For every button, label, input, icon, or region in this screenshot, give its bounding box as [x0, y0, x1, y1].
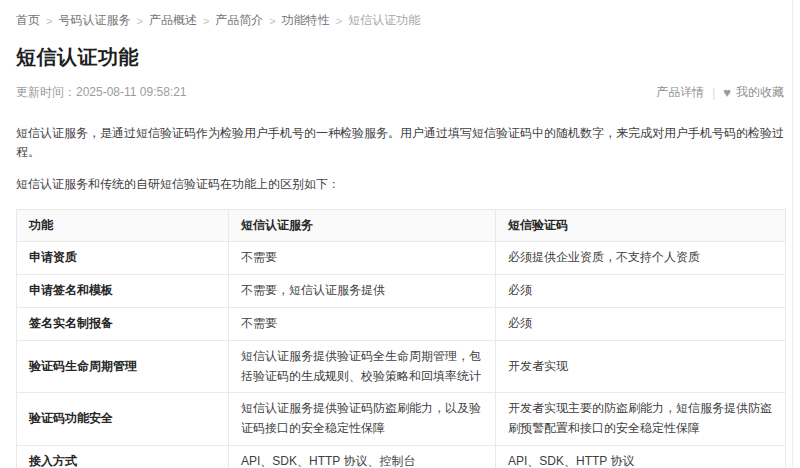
- table-cell: 不需要: [229, 242, 496, 275]
- breadcrumb-separator: >: [46, 15, 52, 27]
- table-cell: 不需要，短信认证服务提供: [229, 275, 496, 308]
- table-header-sms-auth-service: 短信认证服务: [229, 209, 496, 242]
- table-cell: 验证码生命周期管理: [17, 340, 229, 393]
- table-row: 接入方式 API、SDK、HTTP 协议、控制台 API、SDK、HTTP 协议: [17, 445, 786, 468]
- breadcrumb-separator: >: [203, 15, 209, 27]
- favorite-button[interactable]: ♥ 我的收藏: [723, 84, 784, 101]
- table-cell: 开发者实现主要的防盗刷能力，短信服务提供防盗刷预警配置和接口的安全稳定性保障: [496, 393, 786, 446]
- scrollbar-track[interactable]: [792, 0, 793, 468]
- table-cell: 必须提供企业资质，不支持个人资质: [496, 242, 786, 275]
- table-cell: API、SDK、HTTP 协议、控制台: [229, 445, 496, 468]
- intro-paragraph-1: 短信认证服务，是通过短信验证码作为检验用户手机号的一种检验服务。用户通过填写短信…: [16, 124, 784, 162]
- table-header-sms-code: 短信验证码: [496, 209, 786, 242]
- table-cell: 接入方式: [17, 445, 229, 468]
- breadcrumb: 首页 > 号码认证服务 > 产品概述 > 产品简介 > 功能特性 > 短信认证功…: [16, 12, 784, 29]
- intro-paragraph-2: 短信认证服务和传统的自研短信验证码在功能上的区别如下：: [16, 175, 784, 194]
- table-cell: 短信认证服务提供验证码防盗刷能力，以及验证码接口的安全稳定性保障: [229, 393, 496, 446]
- breadcrumb-separator: >: [269, 15, 275, 27]
- favorite-label: 我的收藏: [736, 84, 784, 101]
- table-row: 签名实名制报备 不需要 必须: [17, 307, 786, 340]
- doc-page: 首页 > 号码认证服务 > 产品概述 > 产品简介 > 功能特性 > 短信认证功…: [0, 0, 800, 468]
- updated-time: 更新时间：2025-08-11 09:58:21: [16, 84, 187, 101]
- table-cell: 短信认证服务提供验证码全生命周期管理，包括验证码的生成规则、校验策略和回填率统计: [229, 340, 496, 393]
- breadcrumb-separator: >: [136, 15, 142, 27]
- heart-icon: ♥: [723, 86, 731, 99]
- table-cell: 必须: [496, 307, 786, 340]
- table-cell: 签名实名制报备: [17, 307, 229, 340]
- comparison-table: 功能 短信认证服务 短信验证码 申请资质 不需要 必须提供企业资质，不支持个人资…: [16, 209, 786, 468]
- table-row: 申请资质 不需要 必须提供企业资质，不支持个人资质: [17, 242, 786, 275]
- table-cell: 必须: [496, 275, 786, 308]
- breadcrumb-item-home[interactable]: 首页: [16, 12, 40, 29]
- meta-row: 更新时间：2025-08-11 09:58:21 产品详情 | ♥ 我的收藏: [16, 84, 784, 101]
- breadcrumb-item-product-intro[interactable]: 产品简介: [215, 12, 263, 29]
- table-row: 验证码功能安全 短信认证服务提供验证码防盗刷能力，以及验证码接口的安全稳定性保障…: [17, 393, 786, 446]
- table-cell: API、SDK、HTTP 协议: [496, 445, 786, 468]
- breadcrumb-item-features[interactable]: 功能特性: [282, 12, 330, 29]
- breadcrumb-item-current: 短信认证功能: [348, 12, 420, 29]
- table-row: 申请签名和模板 不需要，短信认证服务提供 必须: [17, 275, 786, 308]
- meta-divider: |: [712, 86, 715, 100]
- page-title: 短信认证功能: [16, 44, 784, 71]
- table-row: 验证码生命周期管理 短信认证服务提供验证码全生命周期管理，包括验证码的生成规则、…: [17, 340, 786, 393]
- table-cell: 验证码功能安全: [17, 393, 229, 446]
- product-detail-link[interactable]: 产品详情: [656, 84, 704, 101]
- table-cell: 申请签名和模板: [17, 275, 229, 308]
- table-header-row: 功能 短信认证服务 短信验证码: [17, 209, 786, 242]
- table-cell: 开发者实现: [496, 340, 786, 393]
- breadcrumb-item-number-auth-service[interactable]: 号码认证服务: [58, 12, 130, 29]
- table-header-feature: 功能: [17, 209, 229, 242]
- breadcrumb-separator: >: [336, 15, 342, 27]
- table-cell: 不需要: [229, 307, 496, 340]
- breadcrumb-item-product-overview[interactable]: 产品概述: [149, 12, 197, 29]
- table-cell: 申请资质: [17, 242, 229, 275]
